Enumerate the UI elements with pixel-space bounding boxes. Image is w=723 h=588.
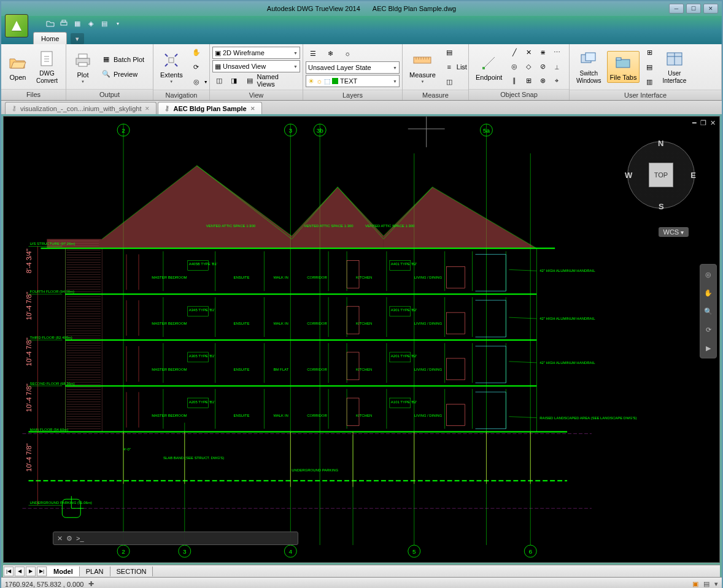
- compass-s[interactable]: S: [659, 202, 664, 211]
- compass-n[interactable]: N: [658, 139, 663, 148]
- layout-next-icon[interactable]: ▶: [26, 567, 36, 576]
- visual-style-select[interactable]: ▣2D Wireframe▼: [212, 47, 300, 59]
- maximize-button[interactable]: ☐: [686, 4, 701, 14]
- nav-wheel-icon[interactable]: ◎: [702, 268, 714, 280]
- file-tab-inactive[interactable]: ⚷ visualization_-_con...inium_with_skyli…: [5, 102, 157, 114]
- preview-button[interactable]: 🔍Preview: [98, 68, 147, 81]
- file-tabs-button[interactable]: File Tabs: [607, 51, 640, 83]
- snap-qua-button[interactable]: ◇: [522, 60, 535, 74]
- snap-cen-button[interactable]: ◎: [508, 60, 521, 74]
- list-button[interactable]: ≡List: [441, 60, 470, 74]
- measure-button[interactable]: Measure ▼: [406, 48, 439, 85]
- snap-nea-button[interactable]: ⌖: [550, 74, 563, 88]
- batch-plot-button[interactable]: ▦Batch Plot: [98, 53, 147, 66]
- open-button[interactable]: Open: [5, 51, 31, 83]
- ui-cascade-button[interactable]: ▤: [642, 60, 657, 74]
- extents-button[interactable]: Extents ▼: [157, 48, 186, 85]
- switch-windows-button[interactable]: Switch Windows: [573, 47, 605, 87]
- compass-w[interactable]: W: [625, 171, 632, 180]
- snap-nod-button[interactable]: ⊗: [536, 74, 549, 88]
- snap-appint-button[interactable]: ⋇: [536, 46, 549, 60]
- svg-marker-44: [384, 187, 536, 249]
- prop-button[interactable]: ▤: [441, 45, 470, 59]
- user-interface-button[interactable]: User Interface: [659, 47, 689, 87]
- endpoint-button[interactable]: Endpoint: [473, 51, 505, 83]
- plot-button[interactable]: Plot ▼: [70, 48, 96, 85]
- nav-orbit-icon[interactable]: ⟳: [702, 323, 714, 336]
- ui-arrange-button[interactable]: ▥: [642, 75, 657, 88]
- snap-int-button[interactable]: ✕: [522, 46, 535, 60]
- preview-icon[interactable]: ◈: [86, 18, 96, 28]
- steering-button[interactable]: ◎▼: [188, 75, 211, 88]
- snap-per-button[interactable]: ⟂: [550, 60, 563, 74]
- drawing-canvas[interactable]: ━ ❐ ✕ 233b5a 23456: [3, 116, 720, 563]
- layout-last-icon[interactable]: ▶|: [37, 567, 47, 576]
- svg-text:BM FLAT: BM FLAT: [273, 368, 288, 371]
- nav-pan-icon[interactable]: ✋: [702, 287, 714, 299]
- layout-tab-section[interactable]: SECTION: [110, 567, 153, 576]
- close-button[interactable]: ✕: [703, 4, 718, 14]
- nav-zoom-icon[interactable]: 🔍: [702, 305, 714, 317]
- qat-dropdown-icon[interactable]: ▼: [113, 18, 123, 28]
- cmd-close-icon[interactable]: ✕: [57, 535, 63, 543]
- tab-extras-icon[interactable]: ▾: [71, 33, 84, 44]
- open-icon[interactable]: [45, 18, 55, 28]
- svg-text:RAISED LANDSCAPED AREA (SEE LA: RAISED LANDSCAPED AREA (SEE LANDSCAPE DW…: [539, 416, 636, 420]
- layer-props-button[interactable]: ☰: [306, 47, 320, 60]
- svg-text:WALK IN: WALK IN: [273, 414, 288, 417]
- layout-first-icon[interactable]: |◀: [4, 567, 14, 576]
- layer-state-select[interactable]: Unsaved Layer State▼: [306, 61, 400, 74]
- command-line[interactable]: ✕ ⚙ >_: [53, 532, 298, 545]
- layout-prev-icon[interactable]: ◀: [15, 567, 25, 576]
- ui-tile-button[interactable]: ⊞: [642, 45, 657, 59]
- snap-mid-icon: ╱: [512, 48, 517, 56]
- layout-tab-model[interactable]: Model: [47, 567, 80, 576]
- layout-tab-bar: |◀ ◀ ▶ ▶| Model PLAN SECTION: [3, 565, 720, 577]
- svg-text:LIVING /
DINING: LIVING / DINING: [414, 368, 443, 371]
- svg-text:42" HIGH ALUMINUM HANDRAIL: 42" HIGH ALUMINUM HANDRAIL: [539, 269, 595, 273]
- svg-text:ENSUITE: ENSUITE: [234, 368, 250, 371]
- snap-ext-button[interactable]: ⋯: [550, 46, 563, 60]
- nav-showmotion-icon[interactable]: ▶: [702, 342, 714, 354]
- named-views-button[interactable]: ▤Named Views: [242, 74, 300, 87]
- svg-text:WALK IN: WALK IN: [273, 276, 288, 279]
- print-icon[interactable]: [59, 18, 69, 28]
- orbit-button[interactable]: ⟳: [188, 60, 211, 74]
- pan-button[interactable]: ✋: [188, 45, 211, 59]
- snap-ins-button[interactable]: ⊞: [522, 74, 535, 88]
- file-tab-active[interactable]: ⚷ AEC Bldg Plan Sample ✕: [158, 102, 261, 114]
- dwg-convert-button[interactable]: DWG Convert: [33, 47, 61, 87]
- compass-e[interactable]: E: [690, 171, 696, 180]
- status-model-icon[interactable]: ▣: [692, 580, 698, 588]
- view-iso-button[interactable]: ◨: [227, 74, 241, 87]
- snap-tan-button[interactable]: ⊘: [536, 60, 549, 74]
- drawing-svg: 233b5a 23456: [4, 117, 719, 562]
- view-cube-button[interactable]: ◫: [212, 74, 226, 87]
- tab-home[interactable]: Home: [33, 32, 67, 44]
- layer-select[interactable]: ☀ ☼ ⬚ TEXT▼: [306, 75, 400, 87]
- cmd-config-icon[interactable]: ⚙: [66, 535, 72, 543]
- viewcube-top-face[interactable]: TOP: [649, 163, 673, 187]
- wcs-badge[interactable]: WCS ▾: [659, 227, 689, 237]
- snap-mid-button[interactable]: ╱: [508, 46, 521, 60]
- layout-tab-plan[interactable]: PLAN: [80, 567, 110, 576]
- status-annoscale-icon[interactable]: ▤: [703, 580, 709, 588]
- svg-rect-5: [79, 63, 87, 66]
- svg-rect-155: [347, 260, 359, 288]
- minimize-button[interactable]: ─: [669, 4, 684, 14]
- saved-view-select[interactable]: ▦Unsaved View▼: [212, 60, 300, 72]
- close-tab-icon[interactable]: ✕: [250, 106, 255, 112]
- folder-open-icon: [8, 53, 28, 72]
- status-clean-icon[interactable]: ▾: [714, 580, 718, 588]
- id-button[interactable]: ◫: [441, 75, 470, 88]
- layer-freeze-button[interactable]: ❄: [323, 47, 338, 60]
- close-tab-icon[interactable]: ✕: [145, 106, 150, 112]
- app-menu-button[interactable]: [5, 14, 28, 37]
- svg-text:MAIN FLOOR (54.60m): MAIN FLOOR (54.60m): [29, 428, 68, 431]
- snap-par-button[interactable]: ∥: [508, 74, 521, 88]
- plot-icon[interactable]: ▦: [72, 18, 82, 28]
- batch-icon[interactable]: ▤: [99, 18, 109, 28]
- layer-off-button[interactable]: ☼: [340, 47, 355, 60]
- status-plus-icon[interactable]: ✚: [88, 580, 94, 588]
- view-cube[interactable]: TOP N S E W: [627, 141, 695, 209]
